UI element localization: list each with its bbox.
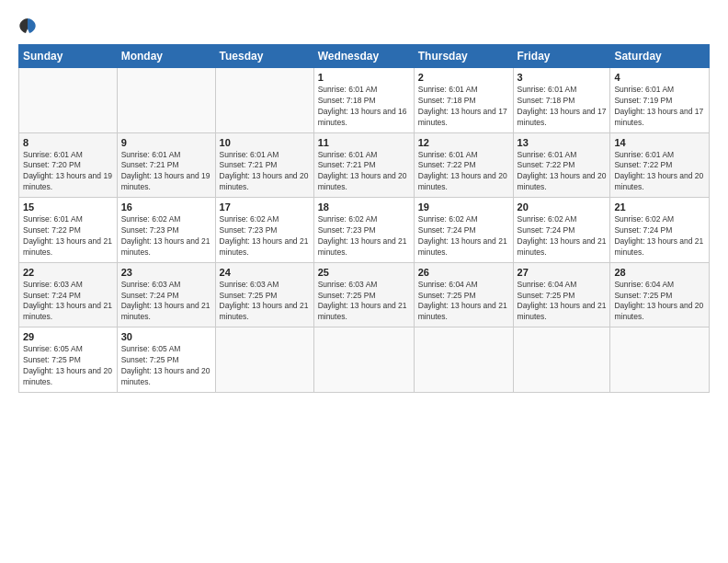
calendar-day-cell: 22 Sunrise: 6:03 AMSunset: 7:24 PMDaylig…	[19, 262, 118, 327]
calendar-day-cell: 25 Sunrise: 6:03 AMSunset: 7:25 PMDaylig…	[313, 262, 414, 327]
day-number: 26	[418, 267, 509, 278]
day-number: 3	[518, 72, 607, 83]
day-info: Sunrise: 6:01 AMSunset: 7:21 PMDaylight:…	[220, 150, 310, 194]
day-number: 24	[220, 267, 310, 278]
calendar-header-cell: Saturday	[610, 45, 710, 68]
calendar-day-cell: 28 Sunrise: 6:04 AMSunset: 7:25 PMDaylig…	[610, 262, 710, 327]
day-number: 4	[614, 72, 705, 83]
day-number: 19	[418, 201, 509, 213]
calendar-day-cell: 12 Sunrise: 6:01 AMSunset: 7:22 PMDaylig…	[414, 132, 513, 198]
day-number: 10	[220, 137, 310, 148]
calendar-week-row: 1 Sunrise: 6:01 AMSunset: 7:18 PMDayligh…	[19, 68, 710, 133]
logo-icon	[18, 17, 37, 35]
day-info: Sunrise: 6:02 AMSunset: 7:23 PMDaylight:…	[121, 214, 211, 259]
calendar-header-row: SundayMondayTuesdayWednesdayThursdayFrid…	[19, 45, 710, 68]
day-info: Sunrise: 6:01 AMSunset: 7:22 PMDaylight:…	[418, 150, 509, 194]
calendar-day-cell: 10 Sunrise: 6:01 AMSunset: 7:21 PMDaylig…	[215, 132, 313, 198]
calendar-day-cell: 26 Sunrise: 6:04 AMSunset: 7:25 PMDaylig…	[414, 262, 513, 327]
day-number: 15	[23, 201, 113, 213]
calendar-header-cell: Monday	[117, 45, 215, 68]
logo	[18, 17, 40, 35]
calendar-header-cell: Wednesday	[313, 45, 414, 68]
day-number: 20	[518, 201, 607, 213]
day-info: Sunrise: 6:04 AMSunset: 7:25 PMDaylight:…	[418, 280, 509, 324]
day-info: Sunrise: 6:01 AMSunset: 7:22 PMDaylight:…	[23, 214, 113, 259]
calendar-day-cell	[215, 68, 313, 133]
calendar-day-cell: 9 Sunrise: 6:01 AMSunset: 7:21 PMDayligh…	[117, 132, 215, 198]
calendar-day-cell	[610, 327, 710, 393]
day-number: 25	[318, 267, 410, 278]
calendar-week-row: 8 Sunrise: 6:01 AMSunset: 7:20 PMDayligh…	[19, 132, 710, 198]
calendar-day-cell: 19 Sunrise: 6:02 AMSunset: 7:24 PMDaylig…	[414, 198, 513, 263]
day-number: 29	[23, 331, 113, 342]
calendar-header-cell: Thursday	[414, 45, 513, 68]
day-number: 18	[318, 201, 410, 213]
calendar-day-cell: 16 Sunrise: 6:02 AMSunset: 7:23 PMDaylig…	[117, 198, 215, 263]
day-info: Sunrise: 6:02 AMSunset: 7:24 PMDaylight:…	[418, 214, 509, 259]
calendar-day-cell	[117, 68, 215, 133]
day-number: 12	[418, 137, 509, 148]
calendar-day-cell	[513, 327, 610, 393]
day-info: Sunrise: 6:01 AMSunset: 7:18 PMDaylight:…	[318, 85, 410, 129]
header	[18, 17, 710, 35]
calendar-day-cell: 2 Sunrise: 6:01 AMSunset: 7:18 PMDayligh…	[414, 68, 513, 133]
calendar-day-cell: 3 Sunrise: 6:01 AMSunset: 7:18 PMDayligh…	[513, 68, 610, 133]
day-info: Sunrise: 6:03 AMSunset: 7:25 PMDaylight:…	[318, 280, 410, 324]
day-info: Sunrise: 6:01 AMSunset: 7:20 PMDaylight:…	[23, 150, 113, 194]
calendar-day-cell: 13 Sunrise: 6:01 AMSunset: 7:22 PMDaylig…	[513, 132, 610, 198]
day-number: 1	[318, 72, 410, 83]
page: SundayMondayTuesdayWednesdayThursdayFrid…	[0, 0, 728, 563]
calendar-day-cell: 23 Sunrise: 6:03 AMSunset: 7:24 PMDaylig…	[117, 262, 215, 327]
day-info: Sunrise: 6:03 AMSunset: 7:25 PMDaylight:…	[220, 280, 310, 324]
day-number: 30	[121, 331, 211, 342]
day-number: 11	[318, 137, 410, 148]
day-info: Sunrise: 6:03 AMSunset: 7:24 PMDaylight:…	[23, 280, 113, 324]
calendar-day-cell: 14 Sunrise: 6:01 AMSunset: 7:22 PMDaylig…	[610, 132, 710, 198]
calendar-day-cell: 11 Sunrise: 6:01 AMSunset: 7:21 PMDaylig…	[313, 132, 414, 198]
day-info: Sunrise: 6:01 AMSunset: 7:21 PMDaylight:…	[121, 150, 211, 194]
day-info: Sunrise: 6:03 AMSunset: 7:24 PMDaylight:…	[121, 280, 211, 324]
day-info: Sunrise: 6:01 AMSunset: 7:19 PMDaylight:…	[614, 85, 705, 129]
calendar-day-cell: 30 Sunrise: 6:05 AMSunset: 7:25 PMDaylig…	[117, 327, 215, 393]
calendar-week-row: 22 Sunrise: 6:03 AMSunset: 7:24 PMDaylig…	[19, 262, 710, 327]
day-number: 27	[518, 267, 607, 278]
calendar-day-cell: 20 Sunrise: 6:02 AMSunset: 7:24 PMDaylig…	[513, 198, 610, 263]
day-info: Sunrise: 6:04 AMSunset: 7:25 PMDaylight:…	[518, 280, 607, 324]
day-info: Sunrise: 6:02 AMSunset: 7:24 PMDaylight:…	[614, 214, 705, 259]
day-number: 13	[518, 137, 607, 148]
calendar-day-cell: 29 Sunrise: 6:05 AMSunset: 7:25 PMDaylig…	[19, 327, 118, 393]
day-number: 14	[614, 137, 705, 148]
day-info: Sunrise: 6:02 AMSunset: 7:23 PMDaylight:…	[318, 214, 410, 259]
day-info: Sunrise: 6:05 AMSunset: 7:25 PMDaylight:…	[23, 344, 113, 388]
calendar-day-cell: 21 Sunrise: 6:02 AMSunset: 7:24 PMDaylig…	[610, 198, 710, 263]
calendar-day-cell: 1 Sunrise: 6:01 AMSunset: 7:18 PMDayligh…	[313, 68, 414, 133]
day-info: Sunrise: 6:04 AMSunset: 7:25 PMDaylight:…	[614, 280, 705, 324]
day-info: Sunrise: 6:01 AMSunset: 7:22 PMDaylight:…	[518, 150, 607, 194]
calendar-header-cell: Sunday	[19, 45, 118, 68]
calendar-header-cell: Tuesday	[215, 45, 313, 68]
calendar-day-cell: 8 Sunrise: 6:01 AMSunset: 7:20 PMDayligh…	[19, 132, 118, 198]
day-number: 17	[220, 201, 310, 213]
calendar-day-cell	[313, 327, 414, 393]
day-info: Sunrise: 6:02 AMSunset: 7:24 PMDaylight:…	[518, 214, 607, 259]
day-number: 28	[614, 267, 705, 278]
day-info: Sunrise: 6:02 AMSunset: 7:23 PMDaylight:…	[220, 214, 310, 259]
day-number: 2	[418, 72, 509, 83]
calendar-week-row: 29 Sunrise: 6:05 AMSunset: 7:25 PMDaylig…	[19, 327, 710, 393]
day-info: Sunrise: 6:01 AMSunset: 7:21 PMDaylight:…	[318, 150, 410, 194]
calendar-day-cell: 24 Sunrise: 6:03 AMSunset: 7:25 PMDaylig…	[215, 262, 313, 327]
calendar-day-cell: 18 Sunrise: 6:02 AMSunset: 7:23 PMDaylig…	[313, 198, 414, 263]
calendar-table: SundayMondayTuesdayWednesdayThursdayFrid…	[18, 44, 710, 393]
day-info: Sunrise: 6:01 AMSunset: 7:18 PMDaylight:…	[518, 85, 607, 129]
day-number: 16	[121, 201, 211, 213]
day-number: 23	[121, 267, 211, 278]
day-info: Sunrise: 6:01 AMSunset: 7:22 PMDaylight:…	[614, 150, 705, 194]
day-info: Sunrise: 6:05 AMSunset: 7:25 PMDaylight:…	[121, 344, 211, 388]
day-number: 21	[614, 201, 705, 213]
calendar-day-cell: 17 Sunrise: 6:02 AMSunset: 7:23 PMDaylig…	[215, 198, 313, 263]
day-number: 8	[23, 137, 113, 148]
calendar-day-cell	[414, 327, 513, 393]
calendar-day-cell: 15 Sunrise: 6:01 AMSunset: 7:22 PMDaylig…	[19, 198, 118, 263]
calendar-day-cell: 27 Sunrise: 6:04 AMSunset: 7:25 PMDaylig…	[513, 262, 610, 327]
calendar-day-cell	[215, 327, 313, 393]
